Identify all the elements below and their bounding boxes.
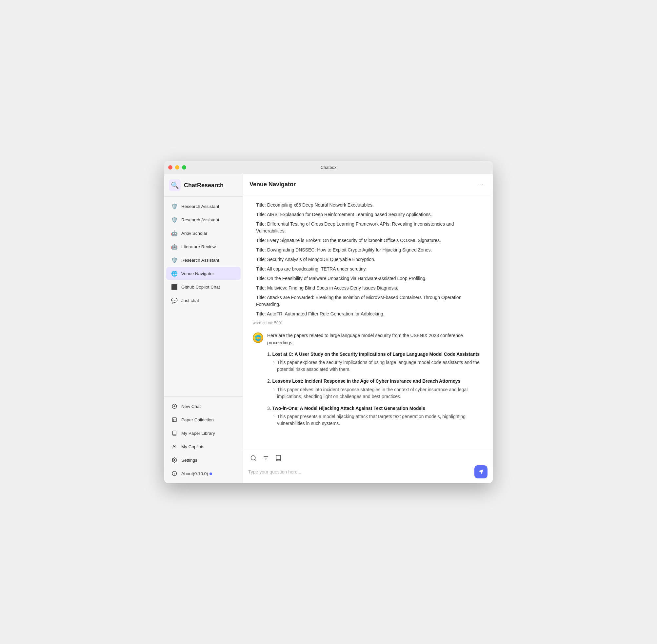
- paper-title-item: Title: Downgrading DNSSEC: How to Exploi…: [256, 247, 479, 253]
- ai-papers-list: 1. Lost at C: A User Study on the Securi…: [267, 350, 483, 427]
- paper-description: This paper explores the security implica…: [273, 359, 483, 373]
- ai-content: Here are the papers related to large lan…: [267, 332, 483, 432]
- bottom-label-settings: Settings: [181, 458, 197, 463]
- nav-label-research-2: Research Assistant: [181, 217, 219, 222]
- paper-bullets: This paper presents a model hijacking at…: [267, 413, 483, 427]
- chat-messages: Title: Decompiling x86 Deep Neural Netwo…: [243, 195, 493, 450]
- nav-icon-literature: 🤖: [171, 243, 178, 250]
- paper-title-item: Title: Attacks are Forwarded: Breaking t…: [256, 294, 479, 308]
- paper-title: Two-in-One: A Model Hijacking Attack Aga…: [273, 406, 425, 411]
- nav-label-venue: Venue Navigator: [181, 271, 214, 276]
- chat-input-toolbar: [248, 454, 488, 463]
- bottom-label-paper-collection: Paper Collection: [181, 417, 214, 422]
- sidebar-logo: 🔍 ChatResearch: [164, 174, 242, 197]
- bottom-icon-my-paper-library: [171, 430, 178, 437]
- ai-paper-item: 2. Lessons Lost: Incident Response in th…: [267, 377, 483, 400]
- bottom-label-my-paper-library: My Paper Library: [181, 431, 215, 436]
- ai-message-block: 🌐 Here are the papers related to large l…: [253, 332, 483, 432]
- bottom-icon-my-copilots: [171, 443, 178, 450]
- sidebar-bottom-my-paper-library[interactable]: My Paper Library: [166, 427, 241, 440]
- sidebar-item-literature[interactable]: 🤖 Literature Review: [166, 240, 241, 253]
- chat-input-row: [248, 465, 488, 478]
- nav-label-arxiv: Arxiv Scholar: [181, 231, 208, 236]
- sidebar-item-research-3[interactable]: 🛡️ Research Assistant: [166, 253, 241, 267]
- sidebar-item-arxiv[interactable]: 🤖 Arxiv Scholar: [166, 227, 241, 240]
- paper-bullets: This paper delves into incident response…: [267, 386, 483, 400]
- paper-number: 1. Lost at C: A User Study on the Securi…: [267, 351, 479, 357]
- paper-title-item: Title: Decompiling x86 Deep Neural Netwo…: [256, 202, 479, 209]
- sidebar-bottom-about[interactable]: About(0.10.0): [166, 467, 241, 480]
- paper-title-item: Title: Every Signature is Broken: On the…: [256, 237, 479, 244]
- nav-icon-arxiv: 🤖: [171, 230, 178, 237]
- paper-title-item: Title: Differential Testing of Cross Dee…: [256, 221, 479, 234]
- sidebar-bottom-my-copilots[interactable]: My Copilots: [166, 440, 241, 453]
- bottom-icon-new-chat: [171, 402, 178, 410]
- chat-input[interactable]: [248, 467, 472, 477]
- chat-area: Venue Navigator ··· Title: Decompiling x…: [243, 174, 493, 483]
- sidebar-item-venue[interactable]: 🌐 Venue Navigator: [166, 267, 241, 280]
- sidebar-item-research-2[interactable]: 🛡️ Research Assistant: [166, 213, 241, 226]
- book-icon-button[interactable]: [273, 454, 284, 463]
- ai-avatar: 🌐: [253, 332, 263, 343]
- chat-header: Venue Navigator ···: [243, 174, 493, 195]
- sidebar-bottom-paper-collection[interactable]: Paper Collection: [166, 413, 241, 426]
- nav-label-research-1: Research Assistant: [181, 204, 219, 209]
- main-layout: 🔍 ChatResearch 🛡️ Research Assistant 🛡️ …: [164, 174, 493, 483]
- nav-icon-research-3: 🛡️: [171, 256, 178, 263]
- minimize-button[interactable]: [175, 165, 179, 169]
- chat-title: Venue Navigator: [250, 181, 296, 188]
- chat-input-area: [243, 450, 493, 483]
- titlebar-buttons: [168, 165, 186, 169]
- app-window: Chatbox 🔍 ChatResearch 🛡️ Research Assis…: [164, 161, 493, 483]
- sidebar-bottom-settings[interactable]: Settings: [166, 454, 241, 467]
- nav-label-just-chat: Just chat: [181, 298, 199, 303]
- send-button[interactable]: [474, 465, 488, 478]
- nav-label-literature: Literature Review: [181, 244, 216, 249]
- sidebar-nav: 🛡️ Research Assistant 🛡️ Research Assist…: [164, 197, 242, 396]
- sidebar-bottom-new-chat[interactable]: New Chat: [166, 400, 241, 413]
- nav-icon-research-1: 🛡️: [171, 203, 178, 210]
- paper-title-item: Title: Security Analysis of MongoDB Quer…: [256, 256, 479, 263]
- bottom-label-about: About(0.10.0): [181, 471, 212, 476]
- bottom-icon-settings: [171, 456, 178, 464]
- paper-description: This paper presents a model hijacking at…: [273, 413, 483, 427]
- chat-more-button[interactable]: ···: [475, 179, 486, 189]
- sidebar-item-just-chat[interactable]: 💬 Just chat: [166, 294, 241, 307]
- ai-intro: Here are the papers related to large lan…: [267, 332, 483, 347]
- bottom-icon-paper-collection: [171, 416, 178, 423]
- paper-number: 2. Lessons Lost: Incident Response in th…: [267, 378, 460, 384]
- svg-point-7: [174, 459, 175, 461]
- paper-titles-block: Title: Decompiling x86 Deep Neural Netwo…: [253, 202, 483, 325]
- nav-icon-venue: 🌐: [171, 270, 178, 277]
- paper-title-item: Title: All cops are broadcasting: TETRA …: [256, 266, 479, 273]
- nav-icon-just-chat: 💬: [171, 297, 178, 304]
- search-icon-button[interactable]: [248, 454, 259, 463]
- sidebar-item-github[interactable]: ⬛ Github Copilot Chat: [166, 280, 241, 294]
- paper-title: Lessons Lost: Incident Response in the A…: [273, 378, 461, 384]
- filter-icon-button[interactable]: [261, 454, 271, 463]
- paper-title-item: Title: AutoFR: Automated Filter Rule Gen…: [256, 310, 479, 317]
- titlebar: Chatbox: [164, 161, 493, 174]
- svg-line-12: [255, 459, 256, 461]
- ai-paper-item: 3. Two-in-One: A Model Hijacking Attack …: [267, 405, 483, 427]
- svg-point-6: [173, 445, 175, 446]
- nav-icon-research-2: 🛡️: [171, 216, 178, 223]
- paper-title-item: Title: Multiview: Finding Blind Spots in…: [256, 284, 479, 292]
- logo-icon: 🔍: [169, 179, 181, 191]
- paper-description: This paper delves into incident response…: [273, 386, 483, 400]
- paper-number: 3. Two-in-One: A Model Hijacking Attack …: [267, 406, 425, 411]
- nav-label-research-3: Research Assistant: [181, 258, 219, 263]
- svg-rect-3: [172, 418, 177, 422]
- paper-title: Lost at C: A User Study on the Security …: [273, 351, 479, 357]
- word-count: word count: 5001: [253, 321, 483, 325]
- nav-icon-github: ⬛: [171, 283, 178, 291]
- paper-bullets: This paper explores the security implica…: [267, 359, 483, 373]
- bottom-icon-about: [171, 470, 178, 477]
- bottom-label-new-chat: New Chat: [181, 404, 201, 409]
- bottom-label-my-copilots: My Copilots: [181, 444, 205, 449]
- sidebar: 🔍 ChatResearch 🛡️ Research Assistant 🛡️ …: [164, 174, 243, 483]
- close-button[interactable]: [168, 165, 172, 169]
- maximize-button[interactable]: [182, 165, 186, 169]
- sidebar-bottom: New Chat Paper Collection My Paper Libra…: [164, 396, 242, 483]
- sidebar-item-research-1[interactable]: 🛡️ Research Assistant: [166, 200, 241, 213]
